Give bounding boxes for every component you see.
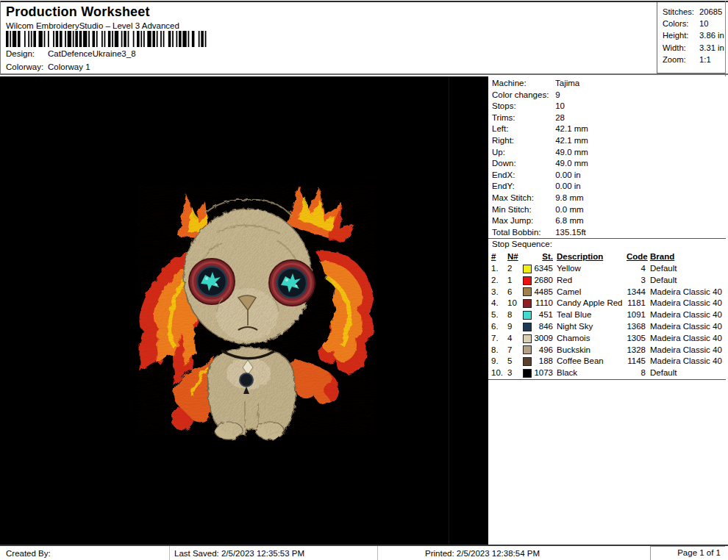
info-row: Trims: 28 xyxy=(492,112,726,124)
info-value: 42.1 mm xyxy=(555,136,588,145)
thread-brand: Madeira Classic 40 xyxy=(650,356,722,367)
production-worksheet-page: Production Worksheet Wilcom EmbroiderySt… xyxy=(0,0,728,560)
thread-description: Teal Blue xyxy=(557,309,627,321)
info-label: Color changes: xyxy=(492,90,553,101)
info-label: Down: xyxy=(492,158,553,170)
info-label: Colors: xyxy=(663,18,697,29)
design-label: Design: xyxy=(6,49,35,58)
row-number: 5. xyxy=(491,309,507,321)
row-number: 6. xyxy=(491,321,507,333)
info-label: EndX: xyxy=(492,170,553,182)
thread-code: 1145 xyxy=(627,356,646,367)
info-row: Left: 42.1 mm xyxy=(492,123,726,135)
info-row: Colors: 10 xyxy=(663,18,725,29)
needle-number: 6 xyxy=(507,287,523,298)
info-row: Machine: Tajima xyxy=(492,78,726,90)
stop-sequence-row: 5. 8 451 Teal Blue 1091 Madeira Classic … xyxy=(491,309,726,321)
stop-sequence-heading: Stop Sequence: xyxy=(492,240,552,248)
thread-brand: Default xyxy=(650,275,677,287)
button-eye-right xyxy=(269,260,315,306)
needle-number: 1 xyxy=(507,275,523,287)
info-label: Stitches: xyxy=(663,6,697,18)
thread-description: Candy Apple Red xyxy=(557,298,627,309)
info-row: Total Bobbin: 135.15ft xyxy=(492,227,726,239)
stop-sequence-row: 9. 5 188 Coffee Bean 1145 Madeira Classi… xyxy=(491,356,726,367)
thread-color-swatch xyxy=(523,357,532,366)
info-label: Total Bobbin: xyxy=(492,227,553,239)
thread-code: 1368 xyxy=(627,321,646,333)
thread-code: 4 xyxy=(627,263,646,275)
stop-sequence-row: 10. 3 1073 Black 8 Default xyxy=(491,367,726,379)
info-value: 3.86 in xyxy=(699,31,724,40)
colorway-name: Colorway 1 xyxy=(48,62,90,71)
needle-number: 9 xyxy=(507,321,523,333)
info-label: Machine: xyxy=(492,78,553,90)
thread-description: Red xyxy=(557,275,627,287)
thread-st-number: 846 xyxy=(532,321,553,333)
page-title: Production Worksheet xyxy=(6,4,150,20)
col-header-code: Code xyxy=(627,251,646,263)
thread-color-swatch xyxy=(523,287,532,296)
thread-color-swatch xyxy=(523,345,532,354)
thread-code: 1328 xyxy=(627,345,646,356)
info-value: 9 xyxy=(555,90,560,99)
info-value: 9.8 mm xyxy=(555,193,583,202)
thread-st-number: 4485 xyxy=(532,287,553,298)
col-header-n: N# xyxy=(507,251,523,263)
info-row: Down: 49.0 mm xyxy=(492,158,726,170)
thread-brand: Madeira Classic 40 xyxy=(650,321,722,333)
info-row: EndX: 0.00 in xyxy=(492,170,726,182)
stop-sequence-body: 1. 2 6345 Yellow 4 Default 2. 1 2680 Red… xyxy=(488,263,726,379)
footer-cell-divider xyxy=(377,546,378,560)
info-value: 28 xyxy=(555,113,565,122)
printed-text: Printed: 2/5/2023 12:38:54 PM xyxy=(425,548,540,559)
machine-info-panel: Machine: Tajima Color changes: 9 Stops: … xyxy=(488,76,726,545)
info-label: Up: xyxy=(492,147,553,159)
thread-st-number: 3009 xyxy=(532,333,553,345)
barcode-icon xyxy=(6,31,209,47)
stop-sequence-row: 6. 9 846 Night Sky 1368 Madeira Classic … xyxy=(491,321,726,333)
row-number: 4. xyxy=(491,298,507,309)
info-value: 6.8 mm xyxy=(555,216,583,225)
info-row: Stitches: 20685 xyxy=(663,6,725,18)
info-row: Zoom: 1:1 xyxy=(663,54,725,65)
needle-number: 3 xyxy=(507,367,523,379)
info-row: Right: 42.1 mm xyxy=(492,135,726,147)
info-value: 10 xyxy=(555,101,565,110)
stop-sequence-row: 8. 7 496 Buckskin 1328 Madeira Classic 4… xyxy=(491,345,726,356)
row-number: 9. xyxy=(491,356,507,367)
thread-code: 1344 xyxy=(627,287,646,298)
button-eye-left xyxy=(189,259,235,304)
info-value: 135.15ft xyxy=(555,228,586,237)
footer-cell-divider xyxy=(169,546,170,560)
last-saved-text: Last Saved: 2/5/2023 12:35:53 PM xyxy=(174,548,304,559)
page-number: Page 1 of 1 xyxy=(650,546,725,560)
thread-brand: Madeira Classic 40 xyxy=(650,345,722,356)
row-number: 2. xyxy=(491,275,507,287)
thread-color-swatch xyxy=(523,311,532,320)
thread-color-swatch xyxy=(523,276,532,285)
needle-number: 8 xyxy=(507,309,523,321)
thread-code: 1181 xyxy=(627,298,646,309)
info-value: 42.1 mm xyxy=(555,124,588,133)
info-label: Width: xyxy=(663,42,697,54)
info-row: Min Stitch: 0.0 mm xyxy=(492,204,726,216)
info-row: Stops: 10 xyxy=(492,101,726,112)
info-label: Right: xyxy=(492,135,553,147)
embroidery-design-cat xyxy=(135,181,377,445)
header-divider xyxy=(0,73,728,75)
panel-divider xyxy=(488,238,726,239)
row-number: 10. xyxy=(491,367,507,379)
panel-divider xyxy=(488,379,726,380)
thread-description: Coffee Bean xyxy=(557,356,627,367)
needle-number: 4 xyxy=(507,333,523,345)
thread-description: Chamois xyxy=(557,333,627,345)
thread-description: Night Sky xyxy=(557,321,627,333)
info-label: Zoom: xyxy=(663,54,697,65)
info-label: Max Jump: xyxy=(492,215,553,227)
thread-color-swatch xyxy=(523,265,532,273)
needle-number: 5 xyxy=(507,356,523,367)
design-name: CatDefenceUkraine3_8 xyxy=(48,49,136,58)
info-value: 20685 xyxy=(699,7,722,16)
info-value: Tajima xyxy=(555,79,579,87)
